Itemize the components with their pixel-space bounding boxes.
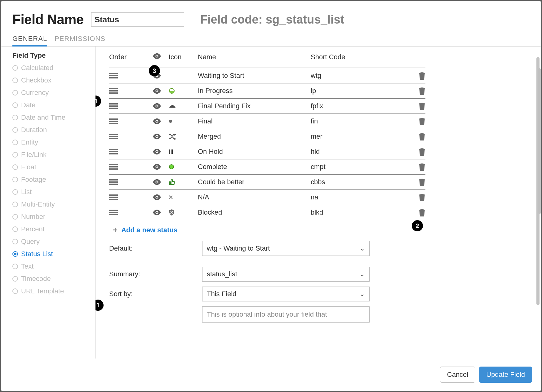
drag-handle-icon[interactable] <box>109 148 153 155</box>
status-icon-pause[interactable] <box>169 149 180 154</box>
field-type-label: Multi-Entity <box>21 200 55 208</box>
field-type-query: Query <box>12 236 95 247</box>
drag-handle-icon[interactable] <box>109 118 153 125</box>
delete-status-button[interactable] <box>401 117 425 125</box>
radio-icon <box>12 127 18 133</box>
radio-icon <box>12 276 18 282</box>
status-icon-gray-dot[interactable] <box>169 119 180 123</box>
update-field-button[interactable]: Update Field <box>479 367 532 383</box>
status-name[interactable]: In Progress <box>198 87 311 95</box>
status-icon-cross[interactable] <box>169 195 180 199</box>
field-type-footage: Footage <box>12 174 95 185</box>
drag-handle-icon[interactable] <box>109 102 153 110</box>
radio-icon <box>12 164 18 170</box>
radio-icon <box>12 115 18 120</box>
status-icon-green-circle[interactable] <box>169 164 180 170</box>
visibility-toggle[interactable] <box>153 88 169 94</box>
status-icon-green-circle-half[interactable] <box>169 88 180 94</box>
visibility-toggle[interactable] <box>153 164 169 170</box>
field-type-status-list[interactable]: Status List <box>12 248 95 260</box>
delete-status-button[interactable] <box>401 102 425 110</box>
status-code[interactable]: fin <box>311 117 401 125</box>
visibility-toggle[interactable] <box>153 118 169 124</box>
field-name-input[interactable] <box>91 12 184 27</box>
field-type-label: File/Link <box>21 151 47 159</box>
status-code[interactable]: mer <box>311 132 401 140</box>
sort-select[interactable]: This Field ⌄ <box>202 287 370 301</box>
status-code[interactable]: hld <box>311 148 401 156</box>
status-row: Mergedmer <box>109 129 425 144</box>
separator <box>109 261 425 261</box>
visibility-toggle[interactable] <box>153 133 169 140</box>
status-name[interactable]: N/A <box>198 193 311 201</box>
default-label: Default: <box>109 244 202 252</box>
field-type-label: Float <box>21 163 36 171</box>
status-code[interactable]: fpfix <box>311 102 401 110</box>
radio-icon <box>12 288 18 294</box>
field-type-list: CalculatedCheckboxCurrencyDateDate and T… <box>12 62 95 297</box>
status-code[interactable]: cbbs <box>311 178 401 186</box>
status-name[interactable]: Could be better <box>198 178 311 186</box>
tab-general[interactable]: General <box>12 32 47 47</box>
status-code[interactable]: wtg <box>311 72 401 80</box>
delete-status-button[interactable] <box>401 193 425 201</box>
field-type-label: Footage <box>21 176 46 184</box>
visibility-toggle[interactable] <box>153 179 169 185</box>
visibility-toggle[interactable] <box>153 103 169 109</box>
drag-handle-icon[interactable] <box>109 178 153 186</box>
status-name[interactable]: Complete <box>198 163 311 171</box>
status-icon-thumbs-up[interactable] <box>169 179 180 185</box>
table-scrollbar[interactable] <box>538 68 541 214</box>
summary-select[interactable]: status_list ⌄ <box>202 267 370 282</box>
status-code[interactable]: ip <box>311 87 401 95</box>
status-icon-dark-arc[interactable] <box>169 104 180 108</box>
summary-value: status_list <box>207 270 237 278</box>
visibility-toggle[interactable] <box>153 209 169 216</box>
status-row: In Progressip <box>109 83 425 99</box>
cancel-button[interactable]: Cancel <box>440 367 475 383</box>
visibility-toggle[interactable] <box>153 149 169 155</box>
status-name[interactable]: Final Pending Fix <box>198 102 311 110</box>
delete-status-button[interactable] <box>401 208 425 216</box>
field-type-label: Number <box>21 213 45 221</box>
status-name[interactable]: Final <box>198 117 311 125</box>
status-code[interactable]: cmpt <box>311 163 401 171</box>
delete-status-button[interactable] <box>401 72 425 80</box>
svg-point-12 <box>169 165 174 169</box>
status-name[interactable]: On Hold <box>198 148 311 156</box>
field-type-title: Field Type <box>12 49 95 62</box>
status-name[interactable]: Blocked <box>198 208 311 216</box>
field-type-label: Checkbox <box>21 76 51 84</box>
sort-row: Sort by: This Field ⌄ <box>109 287 535 301</box>
field-type-checkbox: Checkbox <box>12 74 95 86</box>
add-status-button[interactable]: + Add a new status <box>109 220 535 241</box>
delete-status-button[interactable] <box>401 178 425 186</box>
drag-handle-icon[interactable] <box>109 72 153 79</box>
status-name[interactable]: Waiting to Start <box>198 72 311 80</box>
svg-point-14 <box>156 197 158 198</box>
drag-handle-icon[interactable] <box>109 163 153 171</box>
status-code[interactable]: blkd <box>311 208 401 216</box>
status-table-header: Order Icon Name Short Code <box>109 47 425 68</box>
delete-status-button[interactable] <box>401 132 425 140</box>
delete-status-button[interactable] <box>401 87 425 95</box>
delete-status-button[interactable] <box>401 163 425 171</box>
status-code[interactable]: na <box>311 193 401 201</box>
description-input[interactable]: This is optional info about your field t… <box>202 306 370 323</box>
status-icon-shuffle[interactable] <box>169 133 180 140</box>
status-name[interactable]: Merged <box>198 132 311 140</box>
visibility-toggle[interactable] <box>153 194 169 200</box>
field-name-label: Field Name <box>12 12 84 27</box>
drag-handle-icon[interactable] <box>109 194 153 201</box>
drag-handle-icon[interactable] <box>109 209 153 216</box>
default-select[interactable]: wtg - Waiting to Start ⌄ <box>202 241 370 256</box>
delete-status-button[interactable] <box>401 148 425 156</box>
status-icon-shield-x[interactable] <box>169 209 180 216</box>
drag-handle-icon[interactable] <box>109 87 153 95</box>
radio-icon <box>12 264 18 269</box>
field-type-label: Query <box>21 238 40 246</box>
field-type-date: Date <box>12 99 95 111</box>
field-type-label: Percent <box>21 225 45 233</box>
drag-handle-icon[interactable] <box>109 133 153 140</box>
tab-permissions[interactable]: Permissions <box>55 32 105 46</box>
